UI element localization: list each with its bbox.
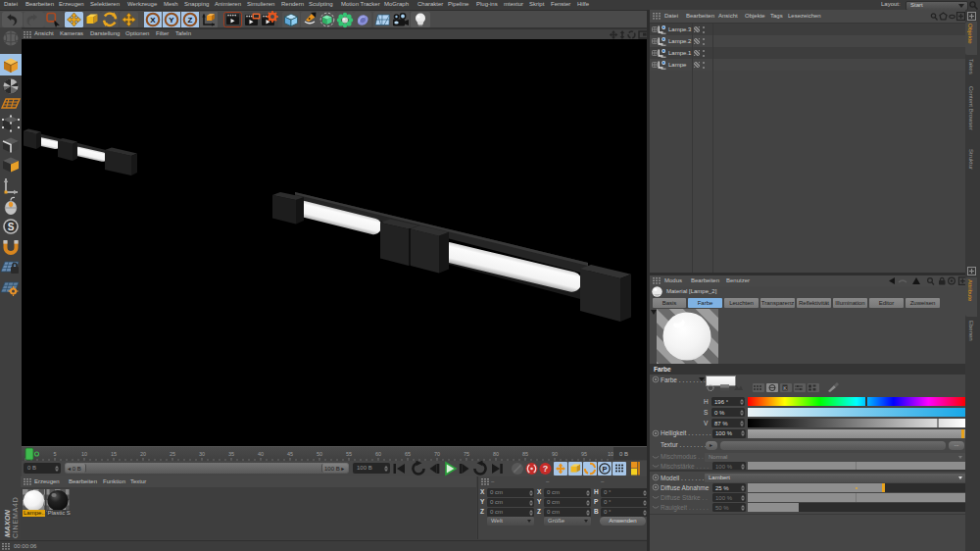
svg-text:50: 50 — [317, 451, 322, 457]
svg-text:K: K — [783, 385, 787, 391]
svg-text:Y: Y — [169, 16, 174, 25]
svg-text:S: S — [8, 222, 15, 232]
svg-text:55: 55 — [346, 451, 352, 457]
svg-text:45: 45 — [287, 451, 293, 457]
svg-text:20: 20 — [140, 451, 146, 457]
svg-text:25: 25 — [170, 451, 175, 457]
svg-text:90: 90 — [552, 451, 558, 457]
svg-text:75: 75 — [464, 451, 469, 457]
svg-text:0 B: 0 B — [619, 451, 628, 457]
svg-text:MAXON: MAXON — [3, 510, 12, 538]
svg-text:70: 70 — [434, 451, 440, 457]
svg-text:40: 40 — [258, 451, 264, 457]
svg-text:30: 30 — [199, 451, 205, 457]
svg-text:5: 5 — [53, 451, 56, 457]
svg-text:Z: Z — [188, 16, 193, 25]
svg-text:80: 80 — [493, 451, 499, 457]
svg-text:60: 60 — [375, 451, 381, 457]
svg-text:95: 95 — [581, 451, 587, 457]
svg-text:65: 65 — [405, 451, 411, 457]
svg-text:85: 85 — [522, 451, 528, 457]
svg-text:?: ? — [543, 464, 549, 474]
svg-text:P: P — [602, 465, 607, 474]
svg-text:15: 15 — [111, 451, 117, 457]
svg-text:CINEMA4D: CINEMA4D — [12, 496, 19, 538]
svg-text:10: 10 — [608, 451, 613, 457]
svg-text:10: 10 — [81, 451, 87, 457]
svg-text:X: X — [150, 16, 156, 25]
svg-text:35: 35 — [228, 451, 234, 457]
